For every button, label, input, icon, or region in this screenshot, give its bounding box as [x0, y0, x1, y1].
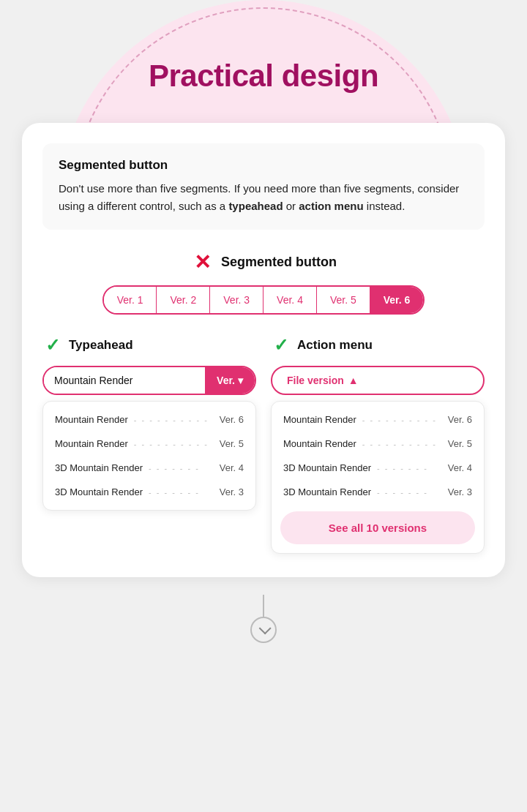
check-icon-action-menu: ✓: [271, 335, 291, 356]
item-version: Ver. 4: [448, 462, 472, 473]
main-card: Segmented button Don't use more than fiv…: [22, 123, 505, 577]
seg-btn-ver5[interactable]: Ver. 5: [317, 287, 370, 313]
item-version: Ver. 3: [448, 486, 472, 497]
item-name: 3D Mountain Render: [55, 462, 143, 473]
list-item[interactable]: Mountain Render - - - - - - - - - - Ver.…: [43, 432, 255, 456]
info-text-2: or: [283, 200, 299, 212]
item-name: 3D Mountain Render: [55, 486, 143, 497]
info-box: Segmented button Don't use more than fiv…: [42, 143, 485, 230]
action-menu-label: Action menu: [297, 338, 373, 353]
item-name: 3D Mountain Render: [283, 486, 371, 497]
seg-btn-ver3[interactable]: Ver. 3: [210, 287, 264, 313]
x-icon: ✕: [190, 250, 214, 274]
item-version: Ver. 4: [220, 462, 244, 473]
item-version: Ver. 3: [220, 486, 244, 497]
info-text-3: instead.: [364, 200, 405, 212]
list-item[interactable]: Mountain Render - - - - - - - - - - Ver.…: [43, 407, 255, 432]
list-item[interactable]: 3D Mountain Render - - - - - - - Ver. 3: [43, 480, 255, 504]
seg-btn-ver1[interactable]: Ver. 1: [104, 287, 157, 313]
action-menu-button[interactable]: File version ▲: [271, 366, 485, 395]
page-title: Practical design: [149, 59, 378, 94]
arrow-line: [263, 595, 264, 617]
bottom-arrow: [250, 595, 277, 643]
typeahead-dropdown: Mountain Render - - - - - - - - - - Ver.…: [42, 401, 256, 511]
info-box-text: Don't use more than five segments. If yo…: [59, 180, 468, 215]
item-version: Ver. 6: [220, 414, 244, 425]
action-menu-label-row: ✓ Action menu: [271, 335, 485, 356]
item-version: Ver. 6: [448, 414, 472, 425]
seg-btn-ver6[interactable]: Ver. 6: [370, 287, 424, 313]
action-menu-btn-label: File version: [287, 375, 344, 386]
typeahead-ver-button[interactable]: Ver. ▾: [205, 367, 255, 394]
info-action-menu-label: action menu: [299, 200, 363, 212]
good-section: ✓ Typeahead Ver. ▾ Mountain Render - - -…: [42, 335, 485, 554]
typeahead-input-row[interactable]: Ver. ▾: [42, 366, 256, 395]
seg-btn-ver2[interactable]: Ver. 2: [157, 287, 210, 313]
check-icon-typeahead: ✓: [42, 335, 63, 356]
typeahead-col: ✓ Typeahead Ver. ▾ Mountain Render - - -…: [42, 335, 256, 554]
item-name: Mountain Render: [55, 414, 128, 425]
action-menu-btn-arrow: ▲: [348, 375, 359, 386]
info-typeahead-label: typeahead: [228, 200, 283, 212]
item-name: Mountain Render: [55, 438, 128, 449]
info-box-title: Segmented button: [59, 158, 468, 173]
page-wrapper: Practical design Segmented button Don't …: [0, 0, 527, 812]
typeahead-btn-arrow: ▾: [238, 375, 243, 386]
bad-example-section: ✕ Segmented button Ver. 1 Ver. 2 Ver. 3 …: [42, 250, 485, 315]
bad-label-row: ✕ Segmented button: [190, 250, 337, 274]
typeahead-label: Typeahead: [69, 338, 133, 353]
bad-label-text: Segmented button: [221, 255, 337, 270]
typeahead-btn-label: Ver.: [217, 375, 235, 386]
action-menu-dropdown: Mountain Render - - - - - - - - - - Ver.…: [271, 401, 485, 554]
item-version: Ver. 5: [448, 438, 472, 449]
item-name: Mountain Render: [283, 438, 356, 449]
action-menu-col: ✓ Action menu File version ▲ Mountain Re…: [271, 335, 485, 554]
list-item[interactable]: Mountain Render - - - - - - - - - - Ver.…: [272, 407, 484, 432]
item-name: 3D Mountain Render: [283, 462, 371, 473]
list-item[interactable]: 3D Mountain Render - - - - - - - Ver. 4: [43, 456, 255, 480]
item-version: Ver. 5: [220, 438, 244, 449]
item-name: Mountain Render: [283, 414, 356, 425]
see-all-versions-button[interactable]: See all 10 versions: [280, 511, 475, 544]
list-item[interactable]: 3D Mountain Render - - - - - - - Ver. 4: [272, 456, 484, 480]
seg-btn-ver4[interactable]: Ver. 4: [264, 287, 317, 313]
list-item[interactable]: Mountain Render - - - - - - - - - - Ver.…: [272, 432, 484, 456]
arrow-down-icon: [259, 622, 272, 634]
arrow-circle: [250, 617, 277, 643]
segmented-button-row[interactable]: Ver. 1 Ver. 2 Ver. 3 Ver. 4 Ver. 5 Ver. …: [102, 285, 425, 315]
typeahead-input[interactable]: [44, 367, 205, 394]
list-item[interactable]: 3D Mountain Render - - - - - - - Ver. 3: [272, 480, 484, 504]
typeahead-label-row: ✓ Typeahead: [42, 335, 256, 356]
